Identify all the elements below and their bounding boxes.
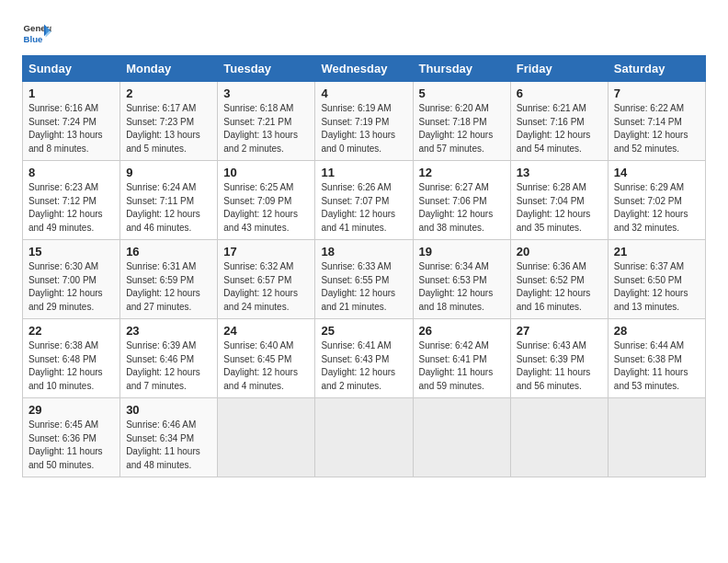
calendar-cell: 30 Sunrise: 6:46 AM Sunset: 6:34 PM Dayl… [120,398,218,477]
calendar-cell: 2 Sunrise: 6:17 AM Sunset: 7:23 PM Dayli… [120,82,218,161]
calendar-cell: 10 Sunrise: 6:25 AM Sunset: 7:09 PM Dayl… [218,161,315,240]
day-number: 15 [28,245,114,259]
calendar-cell: 7 Sunrise: 6:22 AM Sunset: 7:14 PM Dayli… [608,82,705,161]
calendar-week-row: 22 Sunrise: 6:38 AM Sunset: 6:48 PM Dayl… [23,319,706,398]
calendar-cell [413,398,510,477]
day-info: Sunrise: 6:43 AM Sunset: 6:39 PM Dayligh… [517,339,602,393]
day-number: 13 [517,166,602,179]
weekday-header: Tuesday [218,56,315,82]
calendar-cell [510,398,608,477]
day-info: Sunrise: 6:18 AM Sunset: 7:21 PM Dayligh… [223,102,309,155]
day-number: 30 [126,403,211,417]
day-info: Sunrise: 6:30 AM Sunset: 7:00 PM Dayligh… [28,260,114,314]
day-info: Sunrise: 6:46 AM Sunset: 6:34 PM Dayligh… [126,419,211,472]
calendar-cell: 8 Sunrise: 6:23 AM Sunset: 7:12 PM Dayli… [23,161,120,240]
calendar-cell: 17 Sunrise: 6:32 AM Sunset: 6:57 PM Dayl… [218,240,315,319]
calendar-cell: 24 Sunrise: 6:40 AM Sunset: 6:45 PM Dayl… [218,319,315,398]
day-number: 18 [321,245,406,259]
day-info: Sunrise: 6:39 AM Sunset: 6:46 PM Dayligh… [126,339,211,393]
day-info: Sunrise: 6:26 AM Sunset: 7:07 PM Dayligh… [321,181,406,235]
weekday-header: Thursday [413,56,510,82]
calendar-week-row: 8 Sunrise: 6:23 AM Sunset: 7:12 PM Dayli… [23,161,706,240]
day-info: Sunrise: 6:19 AM Sunset: 7:19 PM Dayligh… [321,102,406,155]
calendar-cell: 13 Sunrise: 6:28 AM Sunset: 7:04 PM Dayl… [510,161,608,240]
calendar-week-row: 1 Sunrise: 6:16 AM Sunset: 7:24 PM Dayli… [23,82,706,161]
page-header: General Blue [22,18,706,48]
calendar-cell: 14 Sunrise: 6:29 AM Sunset: 7:02 PM Dayl… [608,161,705,240]
day-info: Sunrise: 6:36 AM Sunset: 6:52 PM Dayligh… [517,260,602,314]
calendar-cell: 16 Sunrise: 6:31 AM Sunset: 6:59 PM Dayl… [120,240,218,319]
day-info: Sunrise: 6:25 AM Sunset: 7:09 PM Dayligh… [223,181,309,235]
day-number: 28 [614,324,700,338]
weekday-header: Monday [120,56,218,82]
weekday-header: Sunday [23,56,120,82]
calendar-cell: 23 Sunrise: 6:39 AM Sunset: 6:46 PM Dayl… [120,319,218,398]
weekday-header: Saturday [608,56,705,82]
day-info: Sunrise: 6:44 AM Sunset: 6:38 PM Dayligh… [614,339,700,393]
calendar-cell: 5 Sunrise: 6:20 AM Sunset: 7:18 PM Dayli… [413,82,510,161]
day-number: 2 [126,86,211,100]
calendar-week-row: 15 Sunrise: 6:30 AM Sunset: 7:00 PM Dayl… [23,240,706,319]
day-info: Sunrise: 6:41 AM Sunset: 6:43 PM Dayligh… [321,339,406,393]
day-info: Sunrise: 6:21 AM Sunset: 7:16 PM Dayligh… [517,102,602,155]
calendar-cell: 11 Sunrise: 6:26 AM Sunset: 7:07 PM Dayl… [315,161,413,240]
calendar-cell: 3 Sunrise: 6:18 AM Sunset: 7:21 PM Dayli… [218,82,315,161]
day-number: 5 [419,86,505,100]
day-info: Sunrise: 6:32 AM Sunset: 6:57 PM Dayligh… [223,260,309,314]
day-number: 3 [223,86,309,100]
calendar-cell: 20 Sunrise: 6:36 AM Sunset: 6:52 PM Dayl… [510,240,608,319]
calendar-cell: 9 Sunrise: 6:24 AM Sunset: 7:11 PM Dayli… [120,161,218,240]
day-number: 20 [517,245,602,259]
calendar-cell [218,398,315,477]
day-number: 6 [517,86,602,100]
calendar-cell: 22 Sunrise: 6:38 AM Sunset: 6:48 PM Dayl… [23,319,120,398]
day-info: Sunrise: 6:37 AM Sunset: 6:50 PM Dayligh… [614,260,700,314]
day-info: Sunrise: 6:38 AM Sunset: 6:48 PM Dayligh… [28,339,114,393]
day-info: Sunrise: 6:23 AM Sunset: 7:12 PM Dayligh… [28,181,114,235]
calendar-cell: 29 Sunrise: 6:45 AM Sunset: 6:36 PM Dayl… [23,398,120,477]
day-number: 29 [28,403,114,417]
day-info: Sunrise: 6:34 AM Sunset: 6:53 PM Dayligh… [419,260,505,314]
day-number: 27 [517,324,602,338]
day-info: Sunrise: 6:33 AM Sunset: 6:55 PM Dayligh… [321,260,406,314]
weekday-header: Friday [510,56,608,82]
calendar-cell: 21 Sunrise: 6:37 AM Sunset: 6:50 PM Dayl… [608,240,705,319]
day-info: Sunrise: 6:17 AM Sunset: 7:23 PM Dayligh… [126,102,211,155]
day-number: 10 [223,166,309,179]
day-number: 8 [28,166,114,179]
calendar-cell: 4 Sunrise: 6:19 AM Sunset: 7:19 PM Dayli… [315,82,413,161]
day-info: Sunrise: 6:27 AM Sunset: 7:06 PM Dayligh… [419,181,505,235]
calendar-cell: 28 Sunrise: 6:44 AM Sunset: 6:38 PM Dayl… [608,319,705,398]
day-number: 22 [28,324,114,338]
day-info: Sunrise: 6:24 AM Sunset: 7:11 PM Dayligh… [126,181,211,235]
calendar-cell: 15 Sunrise: 6:30 AM Sunset: 7:00 PM Dayl… [23,240,120,319]
day-number: 9 [126,166,211,179]
weekday-header-row: SundayMondayTuesdayWednesdayThursdayFrid… [23,56,706,82]
day-number: 11 [321,166,406,179]
calendar-cell: 6 Sunrise: 6:21 AM Sunset: 7:16 PM Dayli… [510,82,608,161]
day-info: Sunrise: 6:29 AM Sunset: 7:02 PM Dayligh… [614,181,700,235]
weekday-header: Wednesday [315,56,413,82]
day-number: 12 [419,166,505,179]
day-info: Sunrise: 6:31 AM Sunset: 6:59 PM Dayligh… [126,260,211,314]
calendar-week-row: 29 Sunrise: 6:45 AM Sunset: 6:36 PM Dayl… [23,398,706,477]
day-number: 4 [321,86,406,100]
day-number: 1 [28,86,114,100]
day-number: 21 [614,245,700,259]
day-info: Sunrise: 6:45 AM Sunset: 6:36 PM Dayligh… [28,419,114,472]
calendar-cell: 25 Sunrise: 6:41 AM Sunset: 6:43 PM Dayl… [315,319,413,398]
calendar-cell: 12 Sunrise: 6:27 AM Sunset: 7:06 PM Dayl… [413,161,510,240]
calendar-cell: 19 Sunrise: 6:34 AM Sunset: 6:53 PM Dayl… [413,240,510,319]
day-number: 26 [419,324,505,338]
day-number: 25 [321,324,406,338]
logo: General Blue [22,18,51,48]
day-info: Sunrise: 6:42 AM Sunset: 6:41 PM Dayligh… [419,339,505,393]
day-number: 23 [126,324,211,338]
day-info: Sunrise: 6:16 AM Sunset: 7:24 PM Dayligh… [28,102,114,155]
svg-text:Blue: Blue [24,34,43,44]
day-info: Sunrise: 6:20 AM Sunset: 7:18 PM Dayligh… [419,102,505,155]
day-number: 17 [223,245,309,259]
day-number: 16 [126,245,211,259]
calendar-table: SundayMondayTuesdayWednesdayThursdayFrid… [22,55,706,477]
day-info: Sunrise: 6:28 AM Sunset: 7:04 PM Dayligh… [517,181,602,235]
